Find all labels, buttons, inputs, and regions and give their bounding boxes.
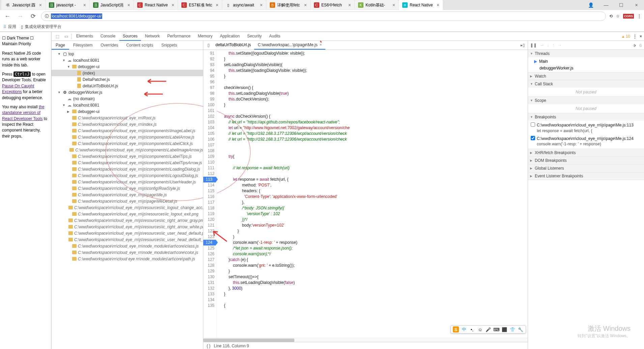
code-line[interactable]: method: 'POST',: [219, 182, 528, 188]
code-line[interactable]: [219, 171, 528, 177]
close-editor-tab-icon[interactable]: ×: [320, 42, 322, 47]
line-number[interactable]: 133: [203, 291, 214, 297]
tree-node[interactable]: DeltaPatcher.js: [52, 76, 203, 83]
show-navigator-icon[interactable]: ▯: [205, 41, 212, 49]
browser-tab[interactable]: CReact Native×: [134, 0, 178, 10]
code-line[interactable]: console.warn(json);*/: [219, 251, 528, 257]
code-line[interactable]: }: [219, 228, 528, 234]
bookmark-item[interactable]: ▯集成化研发管理平台: [21, 24, 61, 30]
editor-tab[interactable]: C:\wwd\workspac...\js\page\Me.js×: [254, 41, 325, 50]
line-number[interactable]: 123: [203, 234, 214, 240]
close-tab-icon[interactable]: ×: [392, 2, 395, 8]
breakpoint-item[interactable]: C:\wwd\workspace\rn\cloud_eye_rn\js\page…: [529, 121, 643, 135]
code-line[interactable]: console.warn('-1-resp: ' + response): [219, 240, 528, 245]
code-line[interactable]: {: [219, 303, 528, 309]
code-line[interactable]: /*let json = await response.json();: [219, 245, 528, 251]
tree-node[interactable]: ▼☁localhost:8081: [52, 57, 203, 63]
line-number[interactable]: 95: [203, 74, 214, 79]
ime-button[interactable]: 🔧: [518, 326, 524, 332]
inspect-icon[interactable]: ⬚: [54, 33, 61, 40]
line-number[interactable]: 113: [203, 177, 216, 182]
browser-tab[interactable]: 豆javascript - ×: [46, 0, 89, 10]
line-number[interactable]: 106: [203, 137, 214, 142]
code-line[interactable]: this.setState({loadingDialogVisible: vis…: [219, 68, 528, 74]
tree-node[interactable]: C:\wwd\workspace\rn\cloud_eye_rn\js\conf…: [52, 185, 203, 192]
close-tab-icon[interactable]: ×: [216, 2, 218, 8]
editor-tab[interactable]: deltaUrlToBlobUrl.js: [212, 41, 254, 50]
tree-node[interactable]: C:\wwd\workspace\rn\cloud_eye_rn\Root.js: [52, 115, 203, 121]
ime-button[interactable]: ⬛: [501, 326, 507, 332]
line-number[interactable]: 94: [203, 68, 214, 74]
code-line[interactable]: setTimeout(()=>{: [219, 274, 528, 280]
code-line[interactable]: [219, 159, 528, 165]
code-line[interactable]: let url = "http://www.higovnet.net:7002/…: [219, 125, 528, 131]
line-number[interactable]: 126: [203, 251, 214, 257]
code-line[interactable]: 'versionType' : 102: [219, 211, 528, 217]
code-line[interactable]: // let response = await fetch(url): [219, 165, 528, 171]
line-number[interactable]: 129: [203, 268, 214, 274]
navigator-tab[interactable]: Snippets: [157, 41, 181, 50]
browser-tab[interactable]: KKotlin基础-×: [355, 0, 399, 10]
devtools-tab[interactable]: Network: [142, 32, 163, 41]
line-number[interactable]: 127: [203, 257, 214, 263]
tree-node[interactable]: ▼▢top: [52, 51, 203, 57]
star-icon[interactable]: ☆: [616, 14, 620, 19]
line-number[interactable]: 99: [203, 96, 214, 102]
line-number[interactable]: 115: [203, 188, 214, 194]
tree-node[interactable]: C:\wwd\workspace\rn\cloud_eye_rn\node_mo…: [52, 243, 203, 249]
close-tab-icon[interactable]: ×: [348, 2, 351, 8]
ime-button[interactable]: •,: [469, 326, 475, 332]
more-tabs-icon[interactable]: ▸▯: [519, 41, 526, 49]
breakpoint-checkbox[interactable]: [531, 136, 535, 140]
tree-node[interactable]: C:\wwd\workspace\rn\cloud_eye_rn\js\reso…: [52, 236, 203, 243]
line-number[interactable]: 107: [203, 142, 214, 148]
devtools-tab[interactable]: Performance: [164, 32, 194, 41]
devtools-tab[interactable]: Elements: [73, 32, 96, 41]
browser-tab[interactable]: CES6中fetch×: [311, 0, 354, 10]
line-number[interactable]: 128: [203, 263, 214, 268]
code-line[interactable]: this.setState({logoutDialogVisible: visi…: [219, 51, 528, 56]
code-line[interactable]: [219, 108, 528, 114]
close-tab-icon[interactable]: ×: [172, 2, 174, 8]
code-line[interactable]: ): [219, 234, 528, 240]
code-line[interactable]: }catch (e) {: [219, 257, 528, 263]
ime-button[interactable]: S: [453, 326, 459, 332]
device-toggle-icon[interactable]: ▭: [62, 33, 70, 40]
close-window-icon[interactable]: ×: [629, 0, 644, 10]
line-number[interactable]: 135: [203, 303, 214, 309]
code-line[interactable]: this.doCheckVersion();: [219, 96, 528, 102]
navigator-tab[interactable]: Overrides: [96, 41, 122, 50]
devtools-tab[interactable]: Sources: [119, 32, 141, 41]
code-line[interactable]: // let url = "http://192.168.3.177:12306…: [219, 131, 528, 137]
url-input[interactable]: ⓘ localhost:8081/debugger-ui/: [41, 11, 606, 21]
tree-node[interactable]: C:\wwd\workspace\rn\cloud_eye_rn\js\reso…: [52, 204, 203, 211]
line-gutter[interactable]: 9192939495969798991001011021031041051061…: [203, 50, 217, 338]
pretty-print-icon[interactable]: { }: [207, 344, 210, 348]
code-line[interactable]: this.setLoadingDialogVisible(true): [219, 91, 528, 96]
panel-section-header[interactable]: ▶XHR/fetch Breakpoints: [528, 149, 644, 156]
tree-node[interactable]: C:\wwd\workspace\rn\cloud eye rn\node_mo…: [52, 256, 203, 262]
thread-item[interactable]: ▶Main: [529, 58, 643, 65]
line-number[interactable]: 96: [203, 79, 214, 85]
line-number[interactable]: 108: [203, 148, 214, 154]
tree-node[interactable]: C:\wwd\workspace\rn\cloud_eye_rn\js\comp…: [52, 134, 203, 140]
ime-button[interactable]: ☺: [477, 326, 483, 332]
line-number[interactable]: 102: [203, 114, 214, 119]
deactivate-bp-icon[interactable]: ⬗: [633, 43, 636, 48]
forward-button[interactable]: →: [16, 11, 25, 21]
panel-section-header[interactable]: ▶Event Listener Breakpoints: [528, 172, 644, 180]
step-icon[interactable]: →: [558, 43, 562, 48]
line-number[interactable]: 122: [203, 228, 214, 234]
tree-node[interactable]: ☁(no domain): [52, 95, 203, 102]
browser-tab[interactable]: 书Javascript 酉×: [1, 0, 45, 10]
devtools-tab[interactable]: Application: [216, 32, 243, 41]
line-number[interactable]: 91: [203, 51, 214, 56]
code-line[interactable]: body:'versionType=102': [219, 223, 528, 228]
line-number[interactable]: 120: [203, 217, 214, 223]
code-line[interactable]: [219, 142, 528, 148]
line-number[interactable]: 110: [203, 159, 214, 165]
line-number[interactable]: 104: [203, 125, 214, 131]
reload-button[interactable]: ⟳: [28, 11, 38, 21]
panel-section-header[interactable]: ▶DOM Breakpoints: [528, 157, 644, 164]
close-tab-icon[interactable]: ×: [39, 2, 42, 8]
